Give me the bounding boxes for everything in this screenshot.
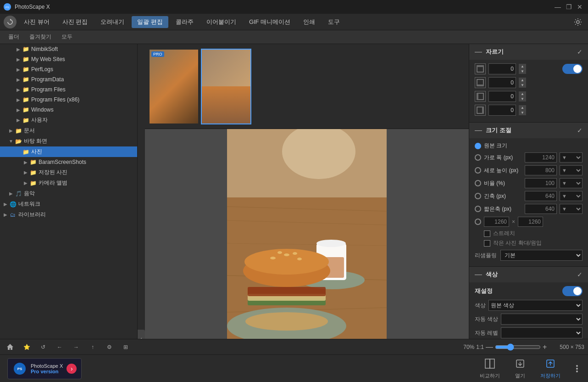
auto-level-select[interactable] [501,327,582,338]
size-original-radio[interactable] [475,143,481,149]
sidebar-item-programfiles[interactable]: ▶ 📁 Program Files [0,84,137,95]
crop-left-input[interactable] [488,91,516,102]
minimize-button[interactable]: — [553,2,562,11]
next-button[interactable]: → [70,341,83,354]
sidebar-item-music[interactable]: ▶ 🎵 음악 [0,188,137,199]
sidebar-item-sajin[interactable]: 📁 사진 [0,146,137,157]
zoom-slider[interactable] [495,343,541,351]
crop-bottom-spinner[interactable]: ▲ ▼ [519,78,526,88]
color-header[interactable]: — 색상 ✓ [469,267,588,282]
sidebar-item-network[interactable]: ▶ 🌐 네트워크 [0,199,137,209]
size-width-input[interactable] [525,152,557,163]
crop-bottom-down[interactable]: ▼ [519,83,526,88]
size-ratio-unit[interactable]: ▼ [560,178,582,188]
color-select[interactable]: 원본 색상 [488,300,582,311]
crop-toggle[interactable] [562,64,582,74]
size-header[interactable]: — 크기 조절 ✓ [469,123,588,138]
menu-batch-edit[interactable]: 일괄 편집 [132,16,168,28]
sidebar-item-windows[interactable]: ▶ 📁 Windows [0,105,137,115]
size-ratio-input[interactable] [525,178,557,188]
size-long-input[interactable] [525,191,557,201]
sidebar-item-perflogs[interactable]: ▶ 📁 PerfLogs [0,64,137,74]
refresh-button[interactable] [4,16,17,28]
size-custom-radio[interactable] [475,219,481,225]
sidebar-collapse-button[interactable]: ‹ [138,330,145,339]
open-button[interactable]: 열기 [509,356,531,381]
size-height-unit[interactable]: ▼ [560,165,582,175]
sidebar-item-camera-album[interactable]: ▶ 📁 카메라 앨범 [0,178,137,188]
crop-right-down[interactable]: ▼ [519,110,526,115]
size-width-unit[interactable]: ▼ [560,152,582,163]
menu-print[interactable]: 인쇄 [298,16,321,28]
sidebar-item-programfiles-x86[interactable]: ▶ 📁 Program Files (x86) [0,95,137,105]
photo-thumb-2[interactable] [201,49,251,124]
favorite-button[interactable]: ⭐ [20,341,33,354]
crop-top-down[interactable]: ▼ [519,69,526,74]
sidebar-item-users[interactable]: ▶ 📁 사용자 [0,115,137,125]
menu-connect[interactable]: 이어붙이기 [201,16,242,28]
crop-right-spinner[interactable]: ▲ ▼ [519,105,526,115]
maximize-button[interactable]: ❐ [564,2,573,11]
menu-photo-edit[interactable]: 사진 편집 [57,16,94,28]
settings-button[interactable]: ⚙ [103,341,116,354]
stretch-checkbox[interactable] [484,230,490,237]
resample-select[interactable]: 기본 [500,250,582,261]
more-button[interactable] [570,361,584,376]
sidebar-item-barang[interactable]: ▼ 📂 바탕 화면 [0,136,137,146]
size-height-input[interactable] [525,165,557,175]
tab-folder[interactable]: 폴더 [4,31,24,43]
crop-top-up[interactable]: ▲ [519,64,526,69]
home-button[interactable] [4,341,17,354]
menu-cut[interactable]: 오려내기 [95,16,130,28]
close-button[interactable]: ✕ [575,2,584,11]
sidebar-item-mywebsites[interactable]: ▶ 📁 My Web Sites [0,54,137,64]
enlarge-checkbox[interactable] [484,240,490,247]
zoom-plus-button[interactable]: + [543,343,547,351]
crop-left-up[interactable]: ▲ [519,91,526,96]
grid-button[interactable]: ⊞ [119,341,132,354]
menu-gif[interactable]: GIF 매니메이션 [244,16,296,28]
tab-favorites[interactable]: 즐겨찾기 [25,31,56,43]
compare-button[interactable]: 비교하기 [474,356,505,381]
menu-tools[interactable]: 도구 [322,16,345,28]
size-short-unit[interactable]: ▼ [560,204,582,214]
photo-thumb-1[interactable]: PRO [149,49,199,124]
crop-right-up[interactable]: ▲ [519,105,526,110]
size-height-radio[interactable] [475,167,481,174]
crop-header[interactable]: — 자르기 ✓ [469,44,588,60]
crop-bottom-input[interactable] [488,77,516,88]
size-long-radio[interactable] [475,193,481,199]
settings-icon[interactable] [571,16,584,28]
size-long-unit[interactable]: ▼ [560,191,582,201]
size-width-radio[interactable] [475,154,481,161]
pro-banner[interactable]: PS PhotoScape X Pro version › [7,358,82,379]
sidebar-item-programdata[interactable]: ▶ 📁 ProgramData [0,74,137,84]
size-custom-w-input[interactable] [484,217,509,227]
rotate-ccw-button[interactable]: ↺ [37,341,50,354]
crop-top-spinner[interactable]: ▲ ▼ [519,64,526,74]
auto-color-select[interactable] [501,314,582,325]
sidebar-item-documents[interactable]: ▶ 📁 문서 [0,125,137,136]
size-ratio-radio[interactable] [475,180,481,186]
crop-bottom-up[interactable]: ▲ [519,78,526,83]
size-custom-h-input[interactable] [518,217,543,227]
crop-right-input[interactable] [488,105,516,116]
crop-left-spinner[interactable]: ▲ ▼ [519,91,526,101]
color-toggle[interactable] [562,286,582,296]
crop-top-input[interactable]: 0 [488,63,516,74]
crop-left-down[interactable]: ▼ [519,96,526,101]
sidebar-item-savedphotos[interactable]: ▶ 📁 저장된 사진 [0,167,137,178]
tab-all[interactable]: 모두 [57,31,77,43]
upload-button[interactable]: ↑ [86,341,99,354]
sidebar-item-library[interactable]: ▶ 🗂 라이브러리 [0,209,137,220]
menu-photo-viewer[interactable]: 사진 뷰어 [18,16,55,28]
prev-button[interactable]: ← [53,341,66,354]
size-short-input[interactable] [525,204,557,214]
pro-banner-arrow[interactable]: › [67,364,77,374]
zoom-minus-button[interactable]: — [486,343,493,351]
save-button[interactable]: 저장하기 [535,356,566,381]
size-short-radio[interactable] [475,206,481,212]
menu-collage[interactable]: 콜라주 [170,16,199,28]
sidebar-item-baramscreenshots[interactable]: ▶ 📁 BaramScreenShots [0,157,137,167]
window-controls[interactable]: — ❐ ✕ [553,2,584,11]
